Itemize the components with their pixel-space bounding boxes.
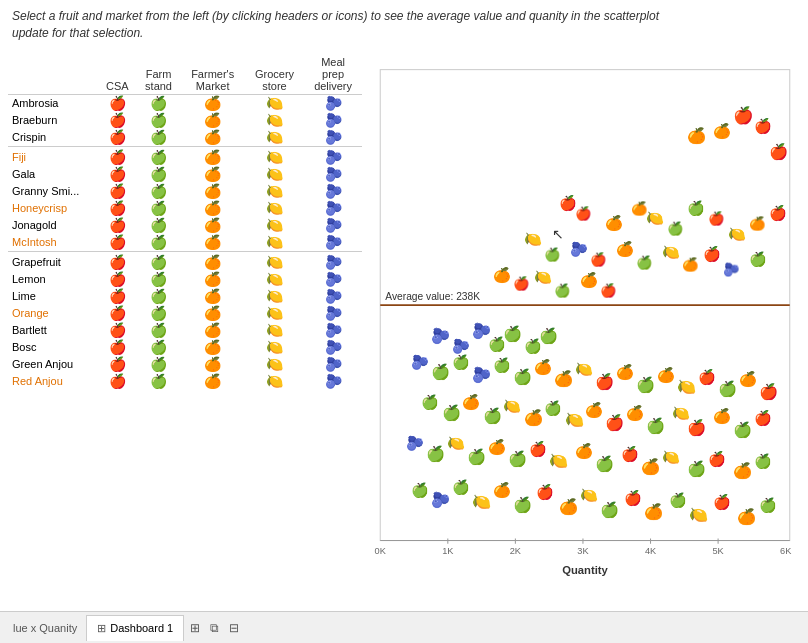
farm-stand-icon-cell[interactable]: 🍏 [137, 271, 181, 288]
farm-stand-icon-cell[interactable]: 🍏 [137, 200, 181, 217]
table-row[interactable]: Braeburn 🍎 🍏 🍊 🍋 🫐 [8, 112, 362, 129]
duplicate-tab-button[interactable]: ⧉ [208, 619, 221, 637]
csa-icon-cell[interactable]: 🍎 [98, 271, 137, 288]
grocery-icon-cell[interactable]: 🍋 [245, 94, 304, 112]
grocery-icon-cell[interactable]: 🍋 [245, 339, 304, 356]
farm-stand-icon-cell[interactable]: 🍏 [137, 129, 181, 147]
farmers-market-icon-cell[interactable]: 🍊 [181, 166, 245, 183]
grocery-icon-cell[interactable]: 🍋 [245, 356, 304, 373]
table-row[interactable]: Gala 🍎 🍏 🍊 🍋 🫐 [8, 166, 362, 183]
grocery-icon-cell[interactable]: 🍋 [245, 271, 304, 288]
csa-icon-cell[interactable]: 🍎 [98, 129, 137, 147]
farm-stand-icon-cell[interactable]: 🍏 [137, 183, 181, 200]
csa-icon-cell[interactable]: 🍎 [98, 183, 137, 200]
farm-stand-icon-cell[interactable]: 🍏 [137, 254, 181, 271]
farm-stand-icon-cell[interactable]: 🍏 [137, 94, 181, 112]
farmers-market-icon-cell[interactable]: 🍊 [181, 339, 245, 356]
table-row[interactable]: Lime 🍎 🍏 🍊 🍋 🫐 [8, 288, 362, 305]
csa-icon-cell[interactable]: 🍎 [98, 339, 137, 356]
farm-stand-icon-cell[interactable]: 🍏 [137, 217, 181, 234]
grocery-icon-cell[interactable]: 🍋 [245, 305, 304, 322]
farm-stand-icon-cell[interactable]: 🍏 [137, 112, 181, 129]
meal-prep-icon-cell[interactable]: 🫐 [304, 271, 362, 288]
csa-icon-cell[interactable]: 🍎 [98, 254, 137, 271]
table-row[interactable]: Bartlett 🍎 🍏 🍊 🍋 🫐 [8, 322, 362, 339]
table-row[interactable]: Bosc 🍎 🍏 🍊 🍋 🫐 [8, 339, 362, 356]
csa-icon-cell[interactable]: 🍎 [98, 305, 137, 322]
grocery-icon-cell[interactable]: 🍋 [245, 373, 304, 390]
table-row[interactable]: Orange 🍎 🍏 🍊 🍋 🫐 [8, 305, 362, 322]
table-row[interactable]: Green Anjou 🍎 🍏 🍊 🍋 🫐 [8, 356, 362, 373]
farmers-market-icon-cell[interactable]: 🍊 [181, 112, 245, 129]
grocery-icon-cell[interactable]: 🍋 [245, 322, 304, 339]
meal-prep-icon-cell[interactable]: 🫐 [304, 166, 362, 183]
farmers-market-icon-cell[interactable]: 🍊 [181, 288, 245, 305]
table-row[interactable]: Granny Smi... 🍎 🍏 🍊 🍋 🫐 [8, 183, 362, 200]
meal-prep-icon-cell[interactable]: 🫐 [304, 254, 362, 271]
farmers-market-icon-cell[interactable]: 🍊 [181, 373, 245, 390]
farmers-market-icon-cell[interactable]: 🍊 [181, 149, 245, 166]
meal-prep-icon-cell[interactable]: 🫐 [304, 112, 362, 129]
table-row[interactable]: Jonagold 🍎 🍏 🍊 🍋 🫐 [8, 217, 362, 234]
table-row[interactable]: Ambrosia 🍎 🍏 🍊 🍋 🫐 [8, 94, 362, 112]
farm-stand-icon-cell[interactable]: 🍏 [137, 166, 181, 183]
add-tab-button[interactable]: ⊞ [188, 619, 202, 637]
csa-icon-cell[interactable]: 🍎 [98, 112, 137, 129]
farmers-market-icon-cell[interactable]: 🍊 [181, 217, 245, 234]
farmers-market-icon-cell[interactable]: 🍊 [181, 322, 245, 339]
csa-icon-cell[interactable]: 🍎 [98, 373, 137, 390]
tab-dashboard-1[interactable]: ⊞ Dashboard 1 [86, 615, 184, 641]
farmers-market-icon-cell[interactable]: 🍊 [181, 305, 245, 322]
scatter-plot[interactable]: Average value: 238K 0K 1K 2K 3K 4K 5K 6K… [370, 58, 800, 603]
grocery-icon-cell[interactable]: 🍋 [245, 217, 304, 234]
csa-icon-cell[interactable]: 🍎 [98, 217, 137, 234]
farm-stand-icon-cell[interactable]: 🍏 [137, 373, 181, 390]
csa-icon-cell[interactable]: 🍎 [98, 94, 137, 112]
farmers-market-icon-cell[interactable]: 🍊 [181, 234, 245, 252]
meal-prep-icon-cell[interactable]: 🫐 [304, 149, 362, 166]
grocery-icon-cell[interactable]: 🍋 [245, 200, 304, 217]
farmers-market-icon-cell[interactable]: 🍊 [181, 94, 245, 112]
tab-value-quantity[interactable]: lue x Quanity [4, 617, 86, 639]
csa-icon-cell[interactable]: 🍎 [98, 200, 137, 217]
csa-icon-cell[interactable]: 🍎 [98, 234, 137, 252]
grocery-icon-cell[interactable]: 🍋 [245, 112, 304, 129]
grocery-icon-cell[interactable]: 🍋 [245, 183, 304, 200]
grocery-icon-cell[interactable]: 🍋 [245, 234, 304, 252]
meal-prep-icon-cell[interactable]: 🫐 [304, 322, 362, 339]
farm-stand-icon-cell[interactable]: 🍏 [137, 288, 181, 305]
csa-icon-cell[interactable]: 🍎 [98, 166, 137, 183]
grocery-icon-cell[interactable]: 🍋 [245, 149, 304, 166]
farmers-market-icon-cell[interactable]: 🍊 [181, 200, 245, 217]
csa-icon-cell[interactable]: 🍎 [98, 149, 137, 166]
grocery-icon-cell[interactable]: 🍋 [245, 254, 304, 271]
farmers-market-icon-cell[interactable]: 🍊 [181, 271, 245, 288]
col-header-farm-stand[interactable]: Farmstand [137, 54, 181, 95]
table-row[interactable]: Grapefruit 🍎 🍏 🍊 🍋 🫐 [8, 254, 362, 271]
grocery-icon-cell[interactable]: 🍋 [245, 129, 304, 147]
farm-stand-icon-cell[interactable]: 🍏 [137, 234, 181, 252]
csa-icon-cell[interactable]: 🍎 [98, 356, 137, 373]
meal-prep-icon-cell[interactable]: 🫐 [304, 183, 362, 200]
farm-stand-icon-cell[interactable]: 🍏 [137, 149, 181, 166]
meal-prep-icon-cell[interactable]: 🫐 [304, 217, 362, 234]
csa-icon-cell[interactable]: 🍎 [98, 288, 137, 305]
grocery-icon-cell[interactable]: 🍋 [245, 166, 304, 183]
meal-prep-icon-cell[interactable]: 🫐 [304, 200, 362, 217]
meal-prep-icon-cell[interactable]: 🫐 [304, 234, 362, 252]
table-row[interactable]: McIntosh 🍎 🍏 🍊 🍋 🫐 [8, 234, 362, 252]
farmers-market-icon-cell[interactable]: 🍊 [181, 183, 245, 200]
col-header-grocery[interactable]: Grocerystore [245, 54, 304, 95]
csa-icon-cell[interactable]: 🍎 [98, 322, 137, 339]
more-tab-options-button[interactable]: ⊟ [227, 619, 241, 637]
farm-stand-icon-cell[interactable]: 🍏 [137, 339, 181, 356]
farmers-market-icon-cell[interactable]: 🍊 [181, 356, 245, 373]
meal-prep-icon-cell[interactable]: 🫐 [304, 373, 362, 390]
col-header-farmers-market[interactable]: Farmer'sMarket [181, 54, 245, 95]
farmers-market-icon-cell[interactable]: 🍊 [181, 129, 245, 147]
grocery-icon-cell[interactable]: 🍋 [245, 288, 304, 305]
farm-stand-icon-cell[interactable]: 🍏 [137, 356, 181, 373]
table-row[interactable]: Red Anjou 🍎 🍏 🍊 🍋 🫐 [8, 373, 362, 390]
meal-prep-icon-cell[interactable]: 🫐 [304, 288, 362, 305]
meal-prep-icon-cell[interactable]: 🫐 [304, 356, 362, 373]
